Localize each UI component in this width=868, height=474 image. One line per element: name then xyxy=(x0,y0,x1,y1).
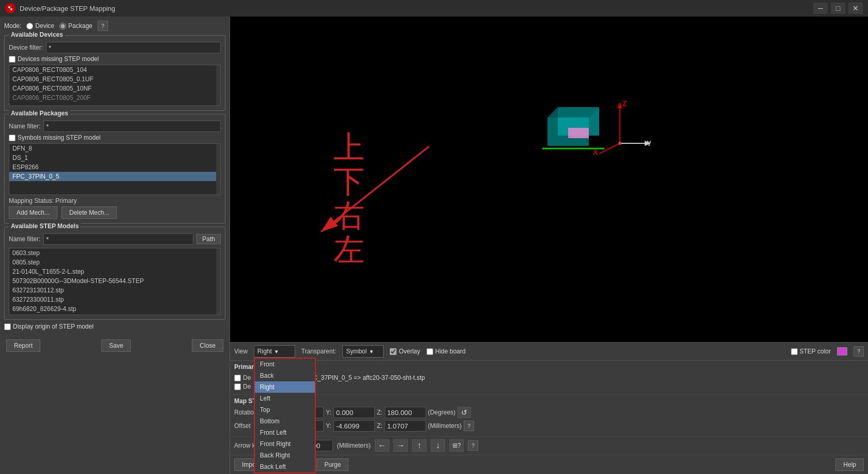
list-item[interactable]: 0603.step xyxy=(9,248,220,258)
rot-y-label: Y: xyxy=(326,409,331,416)
device-radio-label[interactable]: Device xyxy=(26,22,54,29)
dd-item-right[interactable]: Right xyxy=(255,381,315,393)
packages-scrollbar[interactable] xyxy=(216,144,220,195)
offset-help[interactable]: ? xyxy=(464,421,474,431)
close-window-button[interactable]: ✕ xyxy=(848,3,863,14)
mode-label: Mode: xyxy=(4,22,21,29)
list-item[interactable]: FPC_37PIN_0_5 xyxy=(9,172,220,181)
dd-item-top[interactable]: Top xyxy=(255,404,315,416)
dd-item-bottom[interactable]: Bottom xyxy=(255,416,315,427)
nav-up-button[interactable]: ↑ xyxy=(412,439,427,452)
dd-item-frontright[interactable]: Front Right xyxy=(255,438,315,450)
nav-right-button[interactable]: → xyxy=(393,439,408,452)
primary-del2-check[interactable] xyxy=(234,383,241,390)
package-filter-input[interactable] xyxy=(43,121,221,132)
nav-zoom-button[interactable]: ⊞? xyxy=(449,439,464,452)
step-color-text: STEP color xyxy=(800,348,831,355)
dd-item-front[interactable]: Front xyxy=(255,359,315,370)
close-button[interactable]: Close xyxy=(192,339,223,352)
available-devices-section: Available Devices Device filter: Devices… xyxy=(4,35,225,111)
package-radio[interactable] xyxy=(59,23,66,29)
app-icon xyxy=(5,3,16,13)
rot-z-label: Z: xyxy=(377,409,383,416)
off-y-input[interactable] xyxy=(333,420,375,432)
dd-item-back[interactable]: Back xyxy=(255,370,315,381)
step-color-checkbox[interactable] xyxy=(791,348,798,355)
device-radio[interactable] xyxy=(26,23,33,29)
packages-missing-checkbox[interactable] xyxy=(9,135,16,141)
transparent-dropdown[interactable]: Symbol ▼ xyxy=(342,345,384,358)
maximize-button[interactable]: □ xyxy=(831,3,845,14)
report-button[interactable]: Report xyxy=(6,339,40,352)
list-item[interactable]: DFN_8 xyxy=(9,144,220,153)
view-dropdown[interactable]: Right ▼ xyxy=(254,345,295,358)
list-item[interactable]: ESP8266 xyxy=(9,162,220,172)
nav-left-button[interactable]: ← xyxy=(375,439,389,452)
dd-item-backright[interactable]: Back Right xyxy=(255,450,315,461)
off-unit: (Millimeters) xyxy=(428,422,462,429)
dd-item-backleft[interactable]: Back Left xyxy=(255,461,315,472)
step-color-label[interactable]: STEP color xyxy=(791,348,831,355)
svg-line-16 xyxy=(599,143,620,154)
add-mech-button[interactable]: Add Mech... xyxy=(9,206,57,219)
devices-scrollbar[interactable] xyxy=(216,65,220,106)
rot-z-input[interactable] xyxy=(385,407,426,418)
list-item[interactable]: 0805.step xyxy=(9,258,220,267)
delete-mech-button[interactable]: Delete Mech... xyxy=(62,206,117,219)
rot-reset-button[interactable]: ↺ xyxy=(458,407,471,418)
overlay-checkbox[interactable] xyxy=(390,348,397,355)
list-item[interactable]: CAP0806_RECT0805_200F xyxy=(9,93,220,102)
display-origin-label: Display origin of STEP model xyxy=(13,323,94,330)
left-panel: Mode: Device Package ? Available Devices… xyxy=(0,17,230,474)
device-filter-input[interactable] xyxy=(46,42,221,53)
dd-item-left[interactable]: Left xyxy=(255,393,315,404)
list-item[interactable]: CAP0806_RECT0805_104 xyxy=(9,65,220,75)
step-list[interactable]: 0603.step 0805.step 21-0140L_T1655-2-L.s… xyxy=(9,248,221,315)
titlebar: Device/Package STEP Mapping ─ □ ✕ xyxy=(0,0,868,17)
list-item[interactable]: CAP0806_RECT0805_10NF xyxy=(9,84,220,93)
display-origin-checkbox[interactable] xyxy=(4,323,11,330)
purge-button[interactable]: Purge xyxy=(316,458,348,471)
path-button[interactable]: Path xyxy=(196,234,221,244)
primary-del1[interactable]: De xyxy=(234,374,251,381)
list-item[interactable]: 632723130112.stp xyxy=(9,286,220,295)
step-filter-input[interactable] xyxy=(43,233,193,245)
hide-board-label[interactable]: Hide board xyxy=(427,348,466,355)
off-z-input[interactable] xyxy=(385,420,426,432)
step-filter-label: Name filter: xyxy=(9,235,40,243)
list-item[interactable]: DS_1 xyxy=(9,153,220,162)
primary-del2[interactable]: De xyxy=(234,383,251,390)
hide-board-checkbox[interactable] xyxy=(427,348,433,355)
packages-list[interactable]: DFN_8 DS_1 ESP8266 FPC_37PIN_0_5 xyxy=(9,143,221,195)
nav-down-button[interactable]: ↓ xyxy=(431,439,445,452)
minimize-button[interactable]: ─ xyxy=(813,3,828,14)
list-item[interactable]: 69h6820_826629-4.stp xyxy=(9,304,220,314)
step-color-help[interactable]: ? xyxy=(854,346,864,357)
view-dropdown-arrow: ▼ xyxy=(274,349,279,354)
dd-item-frontleft[interactable]: Front Left xyxy=(255,427,315,438)
device-filter-label: Device filter: xyxy=(9,44,43,51)
3d-viewport[interactable]: 上 下 右 左 xyxy=(230,17,868,342)
action-bar-right: Help xyxy=(835,458,864,471)
devices-list[interactable]: CAP0806_RECT0805_104 CAP0806_RECT0805_0.… xyxy=(9,65,221,106)
package-radio-label[interactable]: Package xyxy=(59,22,93,29)
rot-y-input[interactable] xyxy=(333,407,375,418)
list-item[interactable]: 632723300011.stp xyxy=(9,295,220,304)
view-dropdown-popup[interactable]: Front Back Right Left Top Bottom Front L… xyxy=(254,358,316,473)
step-scrollbar[interactable] xyxy=(216,248,220,315)
primary-del1-check[interactable] xyxy=(234,375,241,381)
map-step-title: Map STEP xyxy=(234,397,864,405)
packages-missing-label: Symbols missing STEP model xyxy=(18,134,101,141)
package-filter-label: Name filter: xyxy=(9,123,40,130)
save-button[interactable]: Save xyxy=(101,339,131,352)
overlay-label[interactable]: Overlay xyxy=(390,348,420,355)
list-item[interactable]: CAP0806_RECT0805_0.1UF xyxy=(9,75,220,84)
step-color-swatch xyxy=(837,347,847,356)
nav-help[interactable]: ? xyxy=(468,440,478,451)
list-item[interactable]: 21-0140L_T1655-2-L.step xyxy=(9,267,220,276)
help-button[interactable]: Help xyxy=(835,458,864,471)
devices-missing-checkbox[interactable] xyxy=(9,56,16,63)
list-item[interactable]: 507302B00000G--3DModel-STEP-56544.STEP xyxy=(9,276,220,286)
mode-help-button[interactable]: ? xyxy=(98,21,108,31)
view-dropdown-container: Right ▼ Front Back Right Left Top Bottom… xyxy=(254,345,295,358)
